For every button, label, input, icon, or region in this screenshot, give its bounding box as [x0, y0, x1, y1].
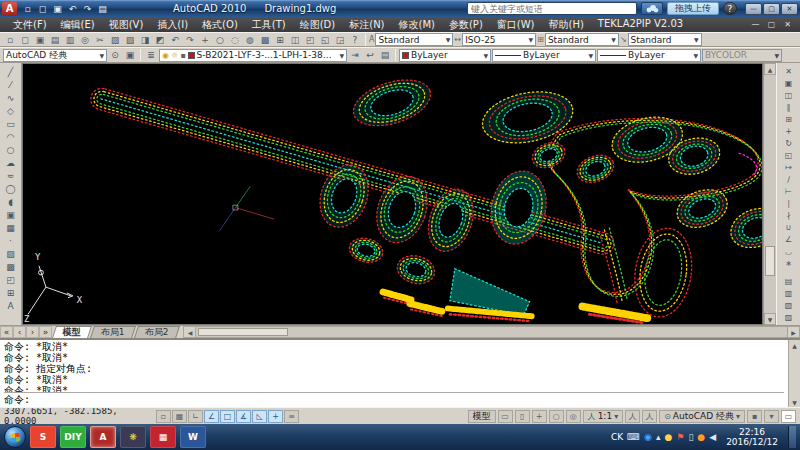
point-icon[interactable]: · [2, 234, 19, 247]
osnap-toggle[interactable]: □ [220, 410, 235, 423]
quickcalc-icon[interactable]: ◲ [333, 33, 347, 46]
menu-item[interactable]: 插入(I) [150, 18, 195, 32]
quick-view-layouts-icon[interactable]: ▭ [498, 410, 513, 423]
taskbar-media-icon[interactable]: ▦ [150, 426, 176, 448]
ellipse-arc-icon[interactable]: ◖ [2, 195, 19, 208]
otrack-toggle[interactable]: ∡ [236, 410, 251, 423]
plot-preview-icon[interactable]: ▥ [63, 33, 77, 46]
hatch-icon[interactable]: ▨ [2, 247, 19, 260]
menu-item[interactable]: 修改(M) [392, 18, 442, 32]
ortho-toggle[interactable]: ∟ [188, 410, 203, 423]
designcenter-icon[interactable]: ⊞ [273, 33, 287, 46]
snap-toggle[interactable]: ▫ [156, 410, 171, 423]
arc-icon[interactable]: ◠ [2, 130, 19, 143]
block-editor-icon[interactable]: ◩ [153, 33, 167, 46]
layer-previous-icon[interactable]: ↩ [363, 49, 377, 62]
bring-above-icon[interactable]: ▧ [780, 299, 798, 311]
tray-keyboard-icon[interactable]: ⌨ [627, 432, 640, 442]
lwt-toggle[interactable]: ≡ [284, 410, 299, 423]
plot-icon[interactable]: ▤ [48, 33, 62, 46]
menu-item[interactable]: 窗口(W) [490, 18, 542, 32]
zoom-previous-icon[interactable]: ◍ [243, 33, 257, 46]
dyn-toggle[interactable]: + [268, 410, 283, 423]
send-under-icon[interactable]: ▨ [780, 311, 798, 323]
quick-view-drawings-icon[interactable]: ▯ [515, 410, 530, 423]
layer-combo[interactable]: ◉ ☼ ▪ S-B2021-LYF-3-...1-LPH-1-389242 ▼ [159, 49, 347, 62]
join-icon[interactable]: ∪ [780, 221, 798, 233]
send-to-back-icon[interactable]: ▥ [780, 287, 798, 299]
color-control-combo[interactable]: ByLayer▼ [399, 49, 491, 62]
tray-volume-icon[interactable]: ◀ [709, 432, 716, 442]
construction-line-icon[interactable]: ⁄ [2, 78, 19, 91]
properties-icon[interactable]: ▩ [258, 33, 272, 46]
dim-style-combo[interactable]: ISO-25▼ [462, 33, 536, 46]
redo-icon[interactable]: ↷ [81, 2, 94, 15]
polygon-icon[interactable]: ◇ [2, 104, 19, 117]
tab-last-button[interactable]: » [39, 326, 52, 338]
save-icon[interactable]: ▣ [33, 33, 47, 46]
tray-device-icon[interactable]: ▯ [688, 432, 693, 442]
tray-blue-icon[interactable]: ◉ [644, 432, 652, 442]
search-input[interactable] [467, 2, 637, 15]
pan-icon[interactable]: + [198, 33, 212, 46]
doc-minimize-button[interactable]: — [749, 20, 762, 29]
line-icon[interactable]: ╱ [2, 65, 19, 78]
toolbar-lock-icon[interactable]: ▪ [747, 410, 762, 423]
make-block-icon[interactable]: ▦ [2, 221, 19, 234]
taskbar-word-icon[interactable]: W [180, 426, 206, 448]
undo-icon[interactable]: ↶ [66, 2, 79, 15]
start-button[interactable] [4, 426, 26, 448]
stretch-icon[interactable]: ↦ [780, 161, 798, 173]
steering-wheel-icon[interactable]: ◎ [566, 410, 581, 423]
offset-icon[interactable]: ∥ [780, 101, 798, 113]
workspace-save-icon[interactable]: ▣ [123, 49, 137, 62]
publish-icon[interactable]: ◎ [78, 33, 92, 46]
open-icon[interactable]: ◻ [18, 33, 32, 46]
workspace-switch-button[interactable]: ⊙ AutoCAD 经典 ▾ [659, 410, 745, 423]
annotation-visibility-icon[interactable]: 人 [625, 410, 640, 423]
scroll-left-icon[interactable]: ◀ [184, 327, 196, 337]
tab-first-button[interactable]: « [0, 326, 13, 338]
tool-palettes-icon[interactable]: ◫ [288, 33, 302, 46]
menu-item[interactable]: 参数(P) [442, 18, 490, 32]
command-scrollbar[interactable]: ▲ ▼ [788, 340, 800, 407]
restore-button[interactable]: ▢ [763, 3, 780, 15]
move-icon[interactable]: + [780, 125, 798, 137]
match-properties-icon[interactable]: ◨ [138, 33, 152, 46]
taskbar-clock[interactable]: 22:16 2016/12/12 [720, 427, 784, 447]
menu-item[interactable]: 标注(N) [342, 18, 391, 32]
undo-icon[interactable]: ↶ [168, 33, 182, 46]
plot-icon[interactable]: ▤ [96, 2, 109, 15]
taskbar-sogou-icon[interactable]: S [30, 426, 56, 448]
rectangle-icon[interactable]: ▭ [2, 117, 19, 130]
model-space-button[interactable]: 模型 [468, 410, 496, 423]
paste-icon[interactable]: ▧ [123, 33, 137, 46]
taskbar-colorwheel-icon[interactable]: ❋ [120, 426, 146, 448]
minimize-button[interactable]: — [745, 3, 762, 15]
menu-item[interactable]: 文件(F) [6, 18, 54, 32]
new-file-icon[interactable]: ▫ [21, 2, 34, 15]
tab-next-button[interactable]: › [26, 326, 39, 338]
zoom-window-icon[interactable]: ◌ [228, 33, 242, 46]
horizontal-scrollbar[interactable]: ◀ ▶ [183, 326, 800, 338]
extend-icon[interactable]: ⊢ [780, 185, 798, 197]
bring-to-front-icon[interactable]: ▤ [780, 275, 798, 287]
tray-yellow-icon[interactable]: ● [664, 432, 672, 442]
menu-item[interactable]: TEKLA2PIP V2.03 [591, 18, 690, 32]
menu-item[interactable]: 视图(V) [102, 18, 151, 32]
tab-layout1[interactable]: 布局1 [90, 326, 136, 338]
drawing-canvas[interactable]: Y X Z [22, 63, 763, 325]
revision-cloud-icon[interactable]: ☁ [2, 156, 19, 169]
workspace-settings-icon[interactable]: ⊙ [108, 49, 122, 62]
redo-icon[interactable]: ↷ [183, 33, 197, 46]
scroll-down-icon[interactable]: ▼ [764, 313, 776, 325]
make-object-layer-current-icon[interactable]: ⇥ [348, 49, 362, 62]
tray-orange-icon[interactable]: ● [697, 432, 705, 442]
command-prompt[interactable]: 命令: [4, 392, 784, 406]
layer-properties-manager-icon[interactable]: ≣ [144, 49, 158, 62]
linetype-combo[interactable]: ByLayer▼ [492, 49, 596, 62]
polyline-icon[interactable]: ∿ [2, 91, 19, 104]
copy-icon[interactable]: ▨ [108, 33, 122, 46]
taskbar-diy-icon[interactable]: DIY [60, 426, 86, 448]
annotation-scale-button[interactable]: 人 1:1 ▾ [583, 410, 624, 423]
